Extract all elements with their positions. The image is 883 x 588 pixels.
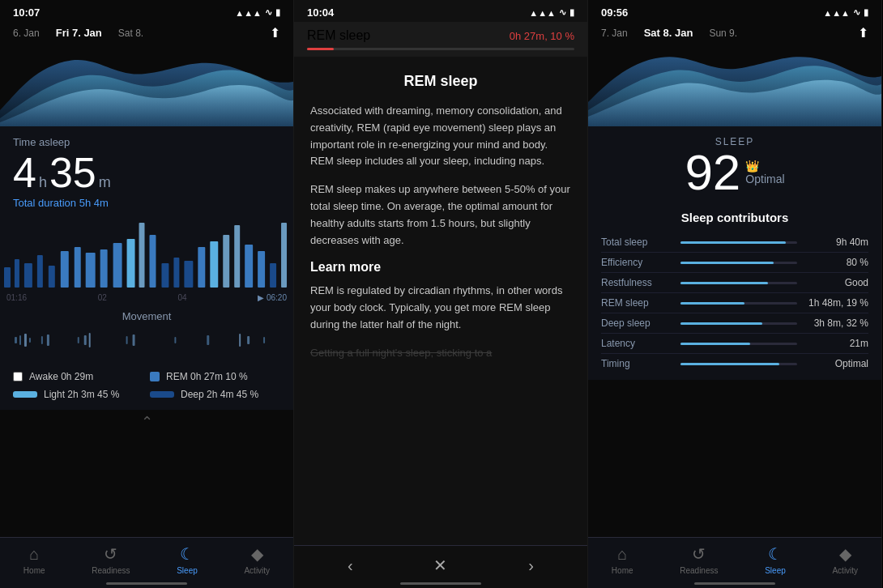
share-icon[interactable]: ⬆	[270, 25, 280, 40]
contributor-latency[interactable]: Latency 21m	[601, 334, 868, 354]
contributor-rem-sleep[interactable]: REM sleep 1h 48m, 19 %	[601, 293, 868, 313]
contributor-bar-4	[680, 322, 762, 325]
light-text: Light 2h 3m 45 %	[44, 389, 119, 400]
contributor-name-4: Deep sleep	[601, 317, 674, 329]
contributor-value-5: 21m	[804, 338, 868, 349]
contributor-restfulness[interactable]: Restfulness Good	[601, 273, 868, 293]
sleep-label-3: Sleep	[765, 566, 786, 575]
svg-rect-11	[139, 223, 145, 288]
panel-1: 10:07 ▲▲▲ ∿ ▮ 6. Jan Fri 7. Jan Sat 8. ⬆	[0, 0, 294, 588]
contributor-value-4: 3h 8m, 32 %	[804, 317, 868, 329]
contributor-value-0: 9h 40m	[804, 236, 868, 248]
svg-rect-27	[29, 338, 31, 343]
score-row: 92 👑 Optimal	[601, 147, 868, 198]
nav-readiness-3[interactable]: ↺ Readiness	[680, 544, 718, 575]
nav-activity-3[interactable]: ◆ Activity	[832, 544, 858, 575]
contributor-name-6: Timing	[601, 358, 674, 369]
svg-rect-21	[258, 251, 265, 288]
contributor-bar-3	[680, 302, 744, 305]
svg-rect-17	[210, 241, 218, 288]
home-label-1: Home	[23, 566, 45, 575]
svg-rect-24	[15, 337, 17, 343]
close-button[interactable]: ✕	[433, 556, 447, 575]
readiness-label-1: Readiness	[92, 566, 130, 575]
date-nav-1: 6. Jan Fri 7. Jan Sat 8. ⬆	[0, 22, 293, 45]
svg-rect-14	[173, 258, 179, 288]
time-1: 10:07	[13, 6, 40, 19]
active-date[interactable]: Fri 7. Jan	[56, 27, 102, 39]
next-date-3[interactable]: Sun 9.	[709, 28, 737, 39]
wifi-icon-3: ∿	[853, 7, 860, 18]
h-unit: h	[39, 174, 47, 191]
contributor-total-sleep[interactable]: Total sleep 9h 40m	[601, 232, 868, 253]
contributors-title: Sleep contributors	[601, 211, 868, 224]
bottom-nav-1: ⌂ Home ↺ Readiness ☾ Sleep ◆ Activity	[0, 537, 293, 588]
forward-button[interactable]: ›	[528, 556, 534, 575]
time-asleep-label: Time asleep	[13, 136, 280, 148]
rem-main-title: REM sleep	[310, 73, 571, 90]
contributor-value-6: Optimal	[804, 358, 868, 369]
svg-rect-33	[126, 336, 128, 344]
sleep-wave-chart-1	[0, 45, 293, 126]
contributor-value-3: 1h 48m, 19 %	[804, 297, 868, 309]
nav-home-1[interactable]: ⌂ Home	[23, 545, 45, 575]
next-date[interactable]: Sat 8.	[118, 28, 143, 39]
contributor-bar-wrap-0	[680, 241, 797, 244]
rem-row: REM sleep 0h 27m, 10 %	[307, 28, 574, 43]
deep-text: Deep 2h 4m 45 %	[181, 389, 258, 400]
contributor-bar-wrap-3	[680, 302, 797, 305]
prev-date-3[interactable]: 7. Jan	[601, 28, 628, 39]
contributor-name-2: Restfulness	[601, 277, 674, 288]
score-number: 92	[685, 147, 740, 198]
contributor-deep-sleep[interactable]: Deep sleep 3h 8m, 32 %	[601, 313, 868, 334]
readiness-label-3: Readiness	[680, 566, 718, 575]
activity-icon-3: ◆	[839, 544, 851, 564]
back-button[interactable]: ‹	[348, 556, 353, 575]
svg-rect-2	[24, 263, 32, 288]
light-bar-container	[13, 391, 37, 398]
rem-content: REM sleep Associated with dreaming, memo…	[294, 57, 587, 390]
svg-rect-25	[19, 335, 21, 345]
minutes-value: 35	[49, 151, 96, 194]
time-2: 10:04	[307, 6, 334, 19]
rem-body-2: REM sleep makes up anywhere between 5-50…	[310, 181, 571, 249]
svg-rect-16	[198, 247, 205, 288]
svg-rect-28	[41, 336, 43, 344]
nav-home-3[interactable]: ⌂ Home	[612, 545, 633, 575]
rem-header-title: REM sleep	[307, 28, 370, 43]
contributor-efficiency[interactable]: Efficiency 80 %	[601, 253, 868, 273]
nav-sleep-3[interactable]: ☾ Sleep	[765, 544, 786, 575]
signal-icon: ▲▲▲	[235, 8, 262, 18]
sleep-icon-3: ☾	[768, 544, 783, 564]
wifi-icon-2: ∿	[559, 7, 566, 18]
home-indicator-1	[106, 582, 187, 585]
crown-icon: 👑	[745, 160, 759, 173]
svg-rect-37	[239, 334, 241, 347]
svg-rect-15	[184, 261, 193, 288]
battery-icon: ▮	[275, 7, 280, 18]
nav-readiness-1[interactable]: ↺ Readiness	[92, 544, 130, 575]
nav-activity-1[interactable]: ◆ Activity	[244, 544, 270, 575]
time-asleep-value: 4 h 35 m	[13, 151, 280, 194]
time-label-3: 04	[177, 293, 186, 302]
share-icon-3[interactable]: ⬆	[858, 25, 868, 40]
contributor-timing[interactable]: Timing Optimal	[601, 354, 868, 373]
activity-label-3: Activity	[832, 566, 858, 575]
deep-bar	[150, 391, 174, 398]
nav-sleep-1[interactable]: ☾ Sleep	[177, 544, 198, 575]
light-bar	[13, 391, 37, 398]
home-icon-1: ⌂	[29, 545, 39, 564]
status-bar-3: 09:56 ▲▲▲ ∿ ▮	[588, 0, 881, 22]
svg-rect-6	[75, 247, 81, 288]
score-badge: 👑 Optimal	[745, 160, 784, 185]
prev-date[interactable]: 6. Jan	[13, 28, 40, 39]
svg-rect-19	[234, 225, 240, 288]
legend-light: Light 2h 3m 45 %	[13, 389, 143, 400]
time-axis: 01:16 02 04 ▶ 06:20	[0, 292, 293, 304]
active-date-3[interactable]: Sat 8. Jan	[644, 27, 693, 39]
activity-icon-1: ◆	[251, 544, 263, 564]
m-unit: m	[99, 174, 111, 191]
movement-section: Movement	[0, 304, 293, 361]
contributor-bar-2	[680, 282, 768, 284]
contributor-name-3: REM sleep	[601, 297, 674, 309]
